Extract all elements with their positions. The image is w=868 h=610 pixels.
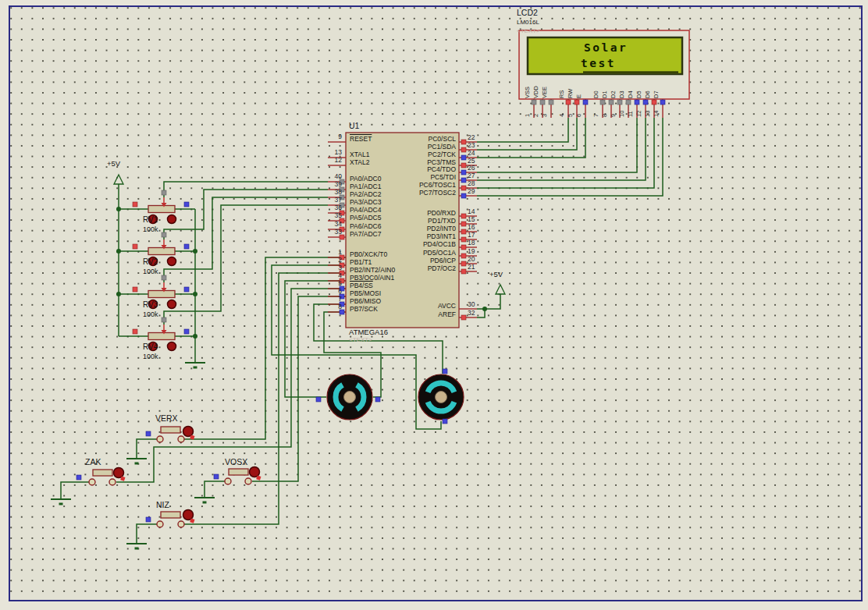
lcd-pin-number: 11 (627, 111, 634, 117)
pot-ref: RV2 (143, 257, 158, 266)
lcd-pin-label: VSS (524, 87, 531, 98)
lcd-pin-number: 1 (524, 114, 531, 117)
pin-number: 39 (315, 181, 342, 188)
lcd-pin-label: VDD (532, 86, 539, 98)
lcd-pin-label: VEE (541, 87, 548, 98)
pin-number: 18 (468, 239, 475, 246)
pin-number: 24 (468, 150, 475, 157)
pot-adjust-up[interactable] (168, 300, 176, 309)
ground-symbol (51, 363, 215, 548)
pin-number: 33 (315, 229, 342, 236)
wire-pc4-d4 (477, 118, 637, 172)
pin-number: 35 (315, 212, 342, 219)
lcd-pin-label: RS (558, 90, 565, 98)
lcd-part: LM016L (517, 20, 539, 27)
lcd-display-line2: test (581, 58, 616, 70)
pot-rv4[interactable] (133, 317, 189, 351)
lcd-pin-number: 10 (618, 111, 625, 117)
lcd-pin-number: 14 (653, 111, 660, 117)
pin-number: 20 (468, 256, 475, 263)
pin-name: PB3/OC0/AIN1 (350, 275, 394, 282)
pin-number: 21 (468, 264, 475, 271)
motor-right[interactable] (418, 369, 464, 424)
wire-avcc-5v (477, 294, 500, 309)
pin-name: PD1/TXD (362, 218, 456, 225)
pin-number: 5 (315, 280, 342, 287)
lcd-pin-number: 7 (592, 114, 599, 117)
lcd-pin-label: D2 (610, 90, 617, 98)
pin-number: 26 (468, 165, 475, 172)
lcd-pin-label: D7 (653, 90, 660, 98)
wire-zak-gnd (61, 482, 89, 499)
lcd-pin-label: D4 (627, 90, 634, 98)
pin-name: PD4/OC1B (362, 241, 456, 248)
pin-number: 37 (315, 197, 342, 204)
button-label: VOSX (225, 458, 247, 467)
pin-name: PC5/TDI (362, 174, 456, 181)
pin-number: 16 (468, 224, 475, 231)
mcu-part: ATMEGA16 (349, 328, 388, 336)
pin-number: 19 (468, 248, 475, 255)
lcd-pin-label: E (575, 94, 582, 98)
pin-name: PC6/TOSC1 (362, 182, 456, 189)
pin-number: 14 (468, 208, 475, 215)
pot-rv2[interactable] (133, 232, 189, 266)
mcu-placeholder: <TEXT> (349, 337, 372, 344)
pin-number: 32 (468, 310, 475, 317)
wire-pc6-d6 (477, 118, 654, 188)
button-actuator[interactable] (250, 467, 260, 477)
button-actuator[interactable] (183, 510, 194, 520)
lcd-pin-number: 12 (635, 111, 642, 117)
button-actuator[interactable] (114, 468, 124, 478)
lcd-pin-number: 6 (575, 114, 582, 117)
button-actuator[interactable] (183, 427, 194, 437)
wire-pc0-rs (477, 118, 568, 142)
pin-number: 9 (315, 133, 342, 140)
pin-number: 17 (468, 232, 475, 239)
pin-name: AVCC (362, 303, 456, 310)
pot-adjust-up[interactable] (168, 257, 176, 266)
pin-name: PD0/RXD (362, 210, 456, 217)
wire-rv3-pa2 (164, 197, 328, 282)
pin-number: 23 (468, 142, 475, 149)
pot-rv3[interactable] (133, 275, 189, 309)
pot-value: 100k (143, 268, 158, 276)
lcd-pin-number: 5 (567, 114, 574, 117)
pot-ref: RV1 (143, 215, 158, 224)
wire-pc2-e (477, 118, 585, 158)
lcd-pin-number: 8 (601, 114, 608, 117)
pin-number: 30 (468, 301, 475, 308)
pot-value: 100k (143, 226, 158, 234)
pin-name: PC7/TOSC2 (362, 190, 456, 197)
pin-number: 4 (315, 272, 342, 279)
wire-pc7-d7 (477, 118, 663, 196)
pin-name: PB4/SS (350, 282, 373, 289)
pin-number: 2 (315, 257, 342, 264)
wire-niz-gnd (137, 524, 157, 544)
lcd-pin-number: 9 (610, 114, 617, 117)
pot-ref: RV3 (143, 300, 158, 309)
pin-number: 13 (315, 149, 342, 156)
pin-name: PA3/ADC3 (350, 199, 381, 206)
lcd-pin-label: D5 (635, 90, 642, 98)
pin-number: 38 (315, 189, 342, 196)
schematic-canvas: LCD2 LM016L <TEXT> Solar test VSS VDD VE… (0, 0, 868, 610)
pin-number: 8 (315, 303, 342, 310)
pot-rv1[interactable] (133, 190, 189, 224)
pin-name: PB5/MOSI (350, 290, 381, 297)
pin-name: PD5/OC1A (362, 250, 456, 257)
pot-adjust-up[interactable] (168, 215, 176, 224)
pin-number: 36 (315, 204, 342, 211)
pin-name: PD7/OC2 (362, 265, 456, 272)
pin-name: PD3/INT1 (362, 233, 456, 240)
button-verx[interactable] (146, 427, 194, 443)
lcd-pin-label: D1 (601, 90, 608, 98)
button-label: VERX (155, 414, 178, 424)
wire-vosx-gnd (205, 481, 225, 498)
lcd-placeholder: <TEXT> (517, 28, 540, 35)
pin-name: AREF (362, 311, 456, 318)
pot-adjust-up[interactable] (168, 342, 176, 351)
pot-value: 100k (143, 311, 158, 319)
pin-number: 12 (315, 157, 342, 164)
pin-number: 29 (468, 188, 475, 195)
